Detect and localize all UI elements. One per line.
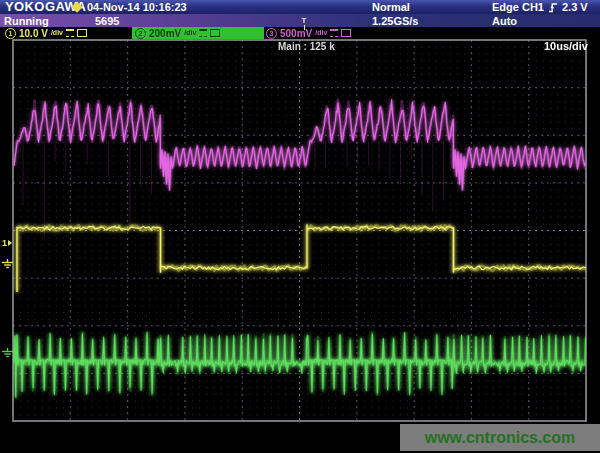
header-bar: YOKOGAWA 04-Nov-14 10:16:23 Normal Edge … [0, 0, 600, 14]
channel-2-ground-icon [1, 348, 14, 358]
channel-3-scale: 500mV [280, 28, 312, 39]
channel-1-ground-icon [1, 259, 14, 269]
coupling-dc-icon [199, 29, 207, 37]
probe-icon [77, 29, 87, 37]
channel-3-perdiv: /div [315, 27, 327, 39]
channel-1-scale: 10.0 V [19, 28, 48, 39]
record-length-label: Main : 125 k [278, 41, 335, 52]
channel-1-position-marker: 1 [2, 238, 12, 248]
timebase-label: 10us/div [544, 40, 588, 52]
channel-3-readout: 3 500mV /div [266, 27, 351, 39]
acquisition-count: 5695 [95, 15, 119, 27]
sample-rate: 1.25GS/s [372, 15, 418, 27]
channel-1-readout: 1 10.0 V /div [5, 27, 87, 39]
channel-3-number-icon: 3 [266, 28, 277, 39]
waveform-display [0, 0, 600, 453]
acquisition-status: Running [4, 15, 49, 27]
coupling-dc-icon [66, 29, 74, 37]
channel-1-marker-label: 1 [2, 238, 7, 248]
oscilloscope-screen: YOKOGAWA 04-Nov-14 10:16:23 Normal Edge … [0, 0, 600, 453]
watermark: www.cntronics.com [400, 424, 600, 451]
trigger-position-label: T [302, 16, 307, 25]
channel-2-readout: 2 200mV /div [132, 27, 264, 39]
trigger-source: Edge CH1 [492, 1, 544, 13]
rising-edge-icon [548, 2, 558, 13]
probe-icon [210, 29, 220, 37]
channel-1-perdiv: /div [51, 27, 63, 39]
datetime: 04-Nov-14 10:16:23 [87, 1, 187, 13]
channel-2-scale: 200mV [149, 28, 181, 39]
channel-2-perdiv: /div [184, 27, 196, 39]
trigger-mode: Auto [492, 15, 517, 27]
acquisition-mode: Normal [372, 1, 410, 13]
coupling-dc-icon [330, 29, 338, 37]
trigger-level: 2.3 V [562, 1, 588, 13]
trigger-settings: Edge CH1 2.3 V [492, 1, 588, 13]
channel-1-number-icon: 1 [5, 28, 16, 39]
marker-arrow-icon [8, 240, 12, 246]
channel-2-number-icon: 2 [135, 28, 146, 39]
probe-icon [341, 29, 351, 37]
